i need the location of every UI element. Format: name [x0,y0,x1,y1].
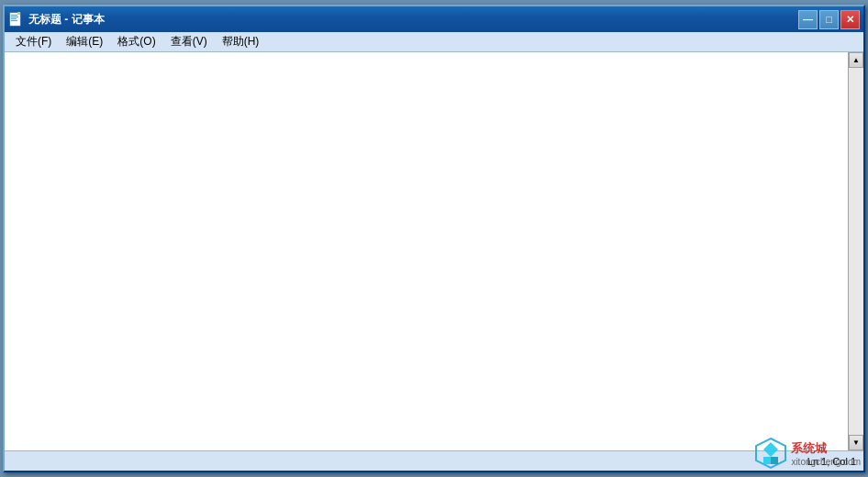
svg-marker-9 [763,457,771,464]
menu-file[interactable]: 文件(F) [8,32,59,51]
menu-view[interactable]: 查看(V) [163,32,215,51]
status-bar: Ln 1, Col 1 [5,450,863,471]
title-bar-left: 无标题 - 记事本 [8,12,105,28]
menu-edit[interactable]: 编辑(E) [59,32,110,51]
svg-rect-2 [11,17,18,17]
minimize-button[interactable]: — [798,10,818,29]
scroll-up-button[interactable]: ▲ [849,52,863,68]
svg-marker-10 [771,457,778,464]
notepad-icon [8,12,23,27]
notepad-window: 无标题 - 记事本 — □ ✕ 文件(F) 编辑(E) 格式(O) 查看(V) … [3,5,865,472]
scroll-track[interactable] [849,68,863,435]
vertical-scrollbar: ▲ ▼ [848,52,863,450]
textarea-wrapper [5,52,848,450]
restore-button[interactable]: □ [819,10,839,29]
title-bar-controls: — □ ✕ [798,10,860,29]
window-title: 无标题 - 记事本 [28,12,105,28]
watermark-text-block: 系统城 xitongcheng.com [791,440,861,467]
close-button[interactable]: ✕ [840,10,860,29]
svg-rect-3 [11,18,17,19]
editor-area: ▲ ▼ [5,52,863,450]
svg-marker-8 [763,442,778,457]
main-editor[interactable] [5,52,848,450]
watermark: 系统城 xitongcheng.com [754,437,861,470]
menu-format[interactable]: 格式(O) [110,32,162,51]
watermark-site-name: 系统城 [791,440,861,457]
watermark-logo-icon [754,437,787,470]
svg-rect-4 [11,20,17,21]
svg-rect-1 [11,15,17,16]
watermark-url: xitongcheng.com [791,457,861,467]
menu-help[interactable]: 帮助(H) [215,32,267,51]
title-bar: 无标题 - 记事本 — □ ✕ [5,6,863,32]
menu-bar: 文件(F) 编辑(E) 格式(O) 查看(V) 帮助(H) [5,32,863,52]
